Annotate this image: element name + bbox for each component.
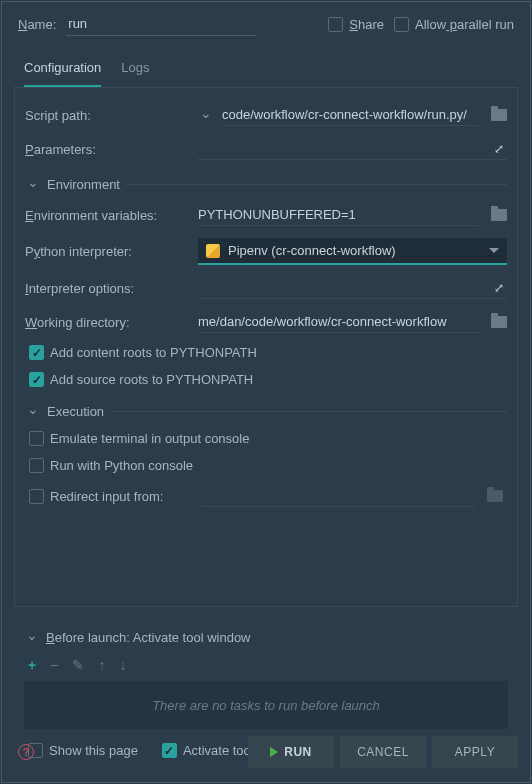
- emulate-terminal-checkbox[interactable]: Emulate terminal in output console: [29, 431, 249, 446]
- add-task-icon[interactable]: +: [28, 657, 36, 673]
- script-path-label: Script path:: [25, 108, 190, 123]
- allow-parallel-checkbox[interactable]: Allow parallel run: [394, 17, 514, 32]
- divider: [126, 184, 507, 185]
- run-button[interactable]: RUN: [248, 736, 334, 768]
- checkbox-icon: [29, 458, 44, 473]
- interp-options-field[interactable]: [198, 277, 507, 299]
- add-content-roots-checkbox[interactable]: Add content roots to PYTHONPATH: [29, 345, 257, 360]
- run-with-console-label: Run with Python console: [50, 458, 193, 473]
- allow-parallel-label: Allow parallel run: [415, 17, 514, 32]
- share-label: Share: [349, 17, 384, 32]
- parameters-label: Parameters:: [25, 142, 190, 157]
- folder-icon[interactable]: [487, 490, 503, 502]
- folder-icon[interactable]: [491, 109, 507, 121]
- add-source-roots-checkbox[interactable]: Add source roots to PYTHONPATH: [29, 372, 253, 387]
- working-dir-label: Working directory:: [25, 315, 190, 330]
- redirect-input-label: Redirect input from:: [50, 489, 163, 504]
- move-down-icon[interactable]: ↓: [119, 657, 126, 673]
- working-dir-field[interactable]: me/dan/code/workflow/cr-connect-workflow: [198, 311, 479, 333]
- script-path-field[interactable]: /code/workflow/cr-connect-workflow/run.p…: [222, 104, 479, 126]
- before-launch-section[interactable]: Before launch: Activate tool window: [24, 625, 508, 649]
- remove-task-icon[interactable]: −: [50, 657, 58, 673]
- env-vars-field[interactable]: PYTHONUNBUFFERED=1: [198, 204, 479, 226]
- empty-tasks-text: There are no tasks to run before launch: [152, 698, 380, 713]
- checkbox-icon: [29, 345, 44, 360]
- share-checkbox[interactable]: Share: [328, 17, 384, 32]
- python-interp-dropdown[interactable]: Pipenv (cr-connect-workflow): [198, 238, 507, 265]
- folder-icon[interactable]: [491, 209, 507, 221]
- checkbox-icon: [29, 489, 44, 504]
- python-interp-value: Pipenv (cr-connect-workflow): [228, 243, 481, 258]
- checkbox-icon: [328, 17, 343, 32]
- environment-section[interactable]: Environment: [25, 166, 507, 198]
- script-path-value: /code/workflow/cr-connect-workflow/run.p…: [222, 107, 479, 122]
- folder-icon[interactable]: [491, 316, 507, 328]
- interp-options-label: Interpreter options:: [25, 281, 190, 296]
- chevron-down-icon[interactable]: [198, 107, 214, 123]
- play-icon: [270, 747, 278, 757]
- before-launch-tasks: There are no tasks to run before launch: [24, 681, 508, 729]
- chevron-down-icon: [24, 629, 40, 645]
- add-content-roots-label: Add content roots to PYTHONPATH: [50, 345, 257, 360]
- env-vars-value: PYTHONUNBUFFERED=1: [198, 207, 479, 222]
- add-source-roots-label: Add source roots to PYTHONPATH: [50, 372, 253, 387]
- cancel-button[interactable]: CANCEL: [340, 736, 426, 768]
- before-launch-label: Before launch: Activate tool window: [46, 630, 251, 645]
- move-up-icon[interactable]: ↑: [98, 657, 105, 673]
- edit-task-icon[interactable]: ✎: [72, 657, 84, 673]
- env-vars-label: Environment variables:: [25, 208, 190, 223]
- emulate-terminal-label: Emulate terminal in output console: [50, 431, 249, 446]
- expand-icon[interactable]: [491, 280, 507, 296]
- divider: [110, 411, 507, 412]
- working-dir-value: me/dan/code/workflow/cr-connect-workflow: [198, 314, 479, 329]
- name-label: Name:: [18, 17, 56, 32]
- checkbox-icon: [29, 372, 44, 387]
- config-panel: Script path: /code/workflow/cr-connect-w…: [14, 87, 518, 607]
- apply-button[interactable]: APPLY: [432, 736, 518, 768]
- tab-logs[interactable]: Logs: [121, 54, 149, 87]
- parameters-field[interactable]: [198, 138, 507, 160]
- execution-section[interactable]: Execution: [25, 393, 507, 425]
- checkbox-icon: [29, 431, 44, 446]
- run-with-console-checkbox[interactable]: Run with Python console: [29, 458, 193, 473]
- expand-icon[interactable]: [491, 141, 507, 157]
- tab-configuration[interactable]: Configuration: [24, 54, 101, 87]
- python-icon: [206, 244, 220, 258]
- checkbox-icon: [394, 17, 409, 32]
- redirect-input-checkbox[interactable]: Redirect input from:: [29, 489, 194, 504]
- chevron-down-icon: [25, 176, 41, 192]
- chevron-down-icon: [25, 403, 41, 419]
- run-button-label: RUN: [284, 745, 312, 759]
- environment-label: Environment: [47, 177, 120, 192]
- execution-label: Execution: [47, 404, 104, 419]
- chevron-down-icon: [489, 248, 499, 253]
- redirect-input-field[interactable]: [202, 485, 475, 507]
- name-input[interactable]: [66, 12, 256, 36]
- python-interp-label: Python interpreter:: [25, 244, 190, 259]
- help-icon[interactable]: ?: [18, 744, 34, 760]
